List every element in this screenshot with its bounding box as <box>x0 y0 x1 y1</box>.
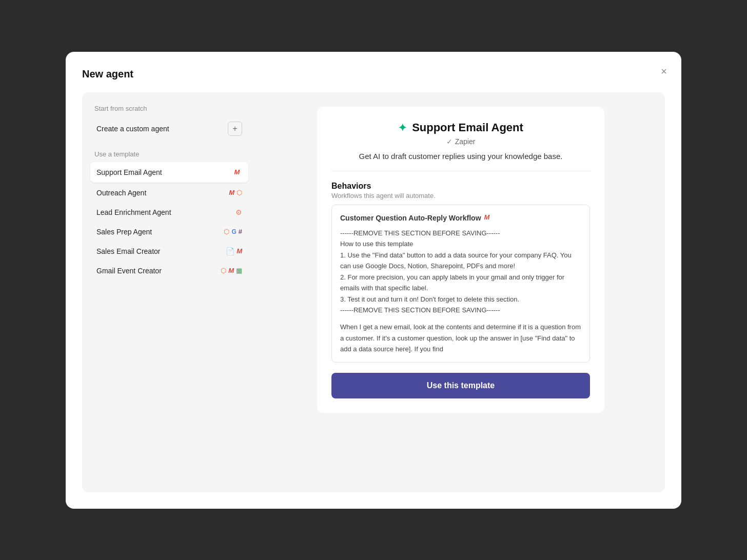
behavior-box: Customer Question Auto-Reply Workflow M … <box>331 205 590 363</box>
orange-icon: ⬡ <box>237 189 242 196</box>
template-card: ✦ Support Email Agent ✓ Zapier Get AI to… <box>317 107 604 413</box>
right-panel: ✦ Support Email Agent ✓ Zapier Get AI to… <box>257 92 665 492</box>
template-icons-sales-prep-agent: ⬡ G # <box>224 228 242 235</box>
template-header: ✦ Support Email Agent ✓ Zapier Get AI to… <box>331 121 590 171</box>
gmail-icon-3: M <box>237 247 242 255</box>
slack-icon: # <box>239 228 242 235</box>
scratch-section-label: Start from scratch <box>90 105 248 112</box>
template-author: ✓ Zapier <box>331 137 590 146</box>
modal-body: Start from scratch Create a custom agent… <box>82 92 665 492</box>
workflow-header: Customer Question Auto-Reply Workflow M <box>340 212 581 224</box>
gmail-icon-2: M <box>229 189 234 196</box>
gmail-icon: M <box>232 167 242 177</box>
google-blue-icon: G <box>231 228 236 235</box>
sheets-icon: ▦ <box>236 267 242 274</box>
template-label-sales-email-creator: Sales Email Creator <box>96 247 161 255</box>
template-name: Support Email Agent <box>412 121 523 134</box>
template-item-sales-email-creator[interactable]: Sales Email Creator 📄 M <box>90 242 248 261</box>
gmail-icon-4: M <box>228 267 234 274</box>
template-item-support-email-agent[interactable]: Support Email Agent M <box>90 162 248 183</box>
template-label-sales-prep-agent: Sales Prep Agent <box>96 228 152 236</box>
use-template-button[interactable]: Use this template <box>331 373 590 398</box>
template-description: Get AI to draft customer replies using y… <box>331 152 590 161</box>
template-label-gmail-event-creator: Gmail Event Creator <box>96 267 162 275</box>
workflow-content: ------REMOVE THIS SECTION BEFORE SAVING-… <box>340 228 581 316</box>
doc-icon: 📄 <box>226 247 234 255</box>
template-label-support-email-agent: Support Email Agent <box>96 168 162 176</box>
template-section-label: Use a template <box>90 150 248 158</box>
hubspot-icon: ⚙ <box>235 208 242 216</box>
template-icons-sales-email-creator: 📄 M <box>226 247 242 255</box>
create-custom-agent-item[interactable]: Create a custom agent + <box>90 116 248 141</box>
main-behavior-text: When I get a new email, look at the cont… <box>340 322 581 354</box>
behaviors-section: Behaviors Workflows this agent will auto… <box>331 182 590 363</box>
template-icons-gmail-event-creator: ⬡ M ▦ <box>221 267 242 274</box>
workflow-gmail-icon: M <box>484 212 490 223</box>
close-button[interactable]: × <box>661 66 667 76</box>
orange2-icon: ⬡ <box>224 228 229 235</box>
zapier-green-icon: ✦ <box>398 122 407 134</box>
modal: New agent × Start from scratch Create a … <box>66 52 681 509</box>
template-item-gmail-event-creator[interactable]: Gmail Event Creator ⬡ M ▦ <box>90 262 248 280</box>
template-item-sales-prep-agent[interactable]: Sales Prep Agent ⬡ G # <box>90 223 248 241</box>
template-icons-support-email-agent: M <box>232 167 242 177</box>
orange3-icon: ⬡ <box>221 267 226 274</box>
template-icons-lead-enrichment-agent: ⚙ <box>235 208 242 216</box>
template-label-outreach-agent: Outreach Agent <box>96 189 146 197</box>
modal-title: New agent <box>82 68 665 80</box>
left-panel: Start from scratch Create a custom agent… <box>82 92 257 492</box>
template-item-lead-enrichment-agent[interactable]: Lead Enrichment Agent ⚙ <box>90 203 248 222</box>
behaviors-title-group: Behaviors Workflows this agent will auto… <box>331 182 590 199</box>
author-check-icon: ✓ <box>446 137 453 146</box>
plus-icon: + <box>232 124 237 133</box>
behaviors-subtitle: Workflows this agent will automate. <box>331 192 590 199</box>
template-icon-title: ✦ Support Email Agent <box>331 121 590 134</box>
create-custom-agent-plus-button[interactable]: + <box>228 122 242 136</box>
author-name: Zapier <box>455 137 476 146</box>
create-custom-agent-label: Create a custom agent <box>96 125 169 133</box>
template-item-outreach-agent[interactable]: Outreach Agent M ⬡ <box>90 184 248 202</box>
workflow-title: Customer Question Auto-Reply Workflow <box>340 212 481 224</box>
template-icons-outreach-agent: M ⬡ <box>229 189 242 196</box>
behaviors-title: Behaviors <box>331 182 590 191</box>
template-label-lead-enrichment-agent: Lead Enrichment Agent <box>96 208 171 216</box>
